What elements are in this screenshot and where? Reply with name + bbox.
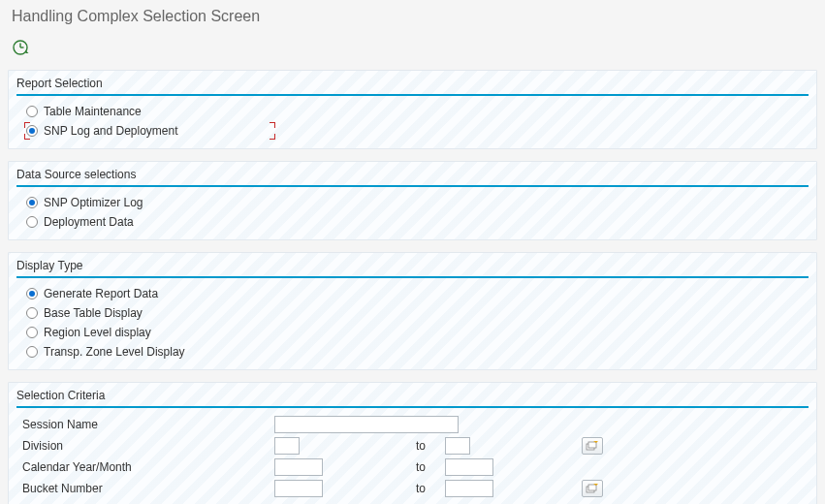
radio-icon[interactable] (26, 216, 38, 228)
radio-row-base-table[interactable]: Base Table Display (16, 303, 809, 323)
radio-label: Table Maintenance (44, 105, 142, 118)
radio-row-snp-optimizer[interactable]: SNP Optimizer Log (16, 193, 809, 212)
criteria-row-session-name: Session Name (16, 414, 809, 435)
field-label: Division (22, 439, 274, 453)
radio-row-generate-report[interactable]: Generate Report Data (16, 284, 809, 303)
focus-bracket-icon (24, 134, 30, 140)
field-label: Calendar Year/Month (22, 460, 274, 474)
group-data-source: Data Source selections SNP Optimizer Log… (8, 161, 817, 240)
calyearmonth-to-input[interactable] (445, 458, 493, 476)
to-label: to (416, 439, 445, 453)
radio-icon[interactable] (26, 307, 38, 319)
group-report-selection: Report Selection Table Maintenance SNP L… (8, 70, 817, 149)
bucket-from-input[interactable] (274, 480, 323, 497)
session-name-input[interactable] (274, 416, 459, 433)
svg-marker-3 (26, 50, 29, 53)
radio-icon[interactable] (26, 106, 38, 117)
group-title: Selection Criteria (16, 387, 809, 408)
focus-bracket-icon (270, 134, 275, 140)
bucket-to-input[interactable] (445, 480, 493, 497)
radio-icon[interactable] (26, 197, 38, 208)
radio-row-transp-zone[interactable]: Transp. Zone Level Display (16, 342, 809, 362)
radio-icon[interactable] (26, 327, 38, 338)
radio-row-table-maintenance[interactable]: Table Maintenance (16, 102, 809, 121)
radio-label: Region Level display (44, 326, 151, 339)
group-selection-criteria: Selection Criteria Session Name Division… (8, 382, 817, 504)
group-title: Display Type (16, 257, 809, 278)
radio-label: SNP Log and Deployment (44, 124, 178, 138)
multiple-selection-button[interactable] (582, 480, 603, 497)
svg-rect-7 (588, 485, 596, 490)
page-title: Handling Complex Selection Screen (0, 0, 825, 33)
multiple-selection-icon (586, 483, 599, 494)
radio-label: Generate Report Data (44, 287, 158, 300)
to-label: to (416, 460, 445, 474)
radio-row-snp-log[interactable]: SNP Log and Deployment (16, 121, 809, 141)
radio-label: SNP Optimizer Log (44, 196, 143, 209)
focus-bracket-icon (270, 122, 275, 128)
to-label: to (416, 482, 445, 495)
calyearmonth-from-input[interactable] (274, 458, 323, 476)
radio-icon[interactable] (26, 346, 38, 358)
division-from-input[interactable] (274, 437, 300, 455)
group-title: Data Source selections (16, 166, 809, 187)
criteria-row-division: Division to (16, 435, 809, 457)
toolbar (0, 33, 825, 70)
radio-row-region-level[interactable]: Region Level display (16, 323, 809, 342)
criteria-row-cal-year-month: Calendar Year/Month to (16, 457, 809, 478)
multiple-selection-icon (586, 440, 599, 452)
division-to-input[interactable] (445, 437, 470, 455)
focus-bracket-icon (24, 122, 30, 128)
radio-icon[interactable] (26, 288, 38, 299)
multiple-selection-button[interactable] (582, 437, 603, 455)
group-title: Report Selection (16, 75, 809, 96)
field-label: Bucket Number (22, 482, 274, 495)
radio-label: Deployment Data (44, 215, 134, 229)
field-label: Session Name (22, 418, 274, 431)
group-display-type: Display Type Generate Report Data Base T… (8, 252, 817, 370)
radio-row-deployment-data[interactable]: Deployment Data (16, 212, 809, 232)
radio-label: Base Table Display (44, 306, 143, 320)
execute-icon[interactable] (12, 39, 29, 56)
svg-rect-5 (588, 442, 596, 448)
criteria-row-bucket-number: Bucket Number to (16, 478, 809, 499)
radio-label: Transp. Zone Level Display (44, 345, 185, 359)
